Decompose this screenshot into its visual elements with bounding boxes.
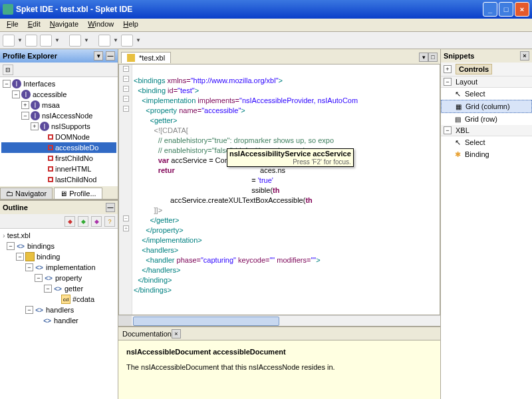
documentation-header: Documentation × (118, 327, 440, 340)
toggle-icon[interactable]: − (25, 263, 33, 271)
snippets-layout-group[interactable]: − Layout (441, 76, 532, 88)
menu-edit[interactable]: Edit (24, 19, 45, 31)
collapse-all-icon[interactable]: ⊟ (3, 65, 13, 75)
toggle-icon[interactable]: − (35, 274, 43, 282)
back-icon[interactable] (98, 35, 110, 47)
new-icon[interactable] (3, 35, 15, 47)
outline-file[interactable]: › test.xbl (1, 230, 116, 241)
new-dropdown[interactable]: ▼ (17, 35, 23, 47)
filter-icon[interactable]: ? (104, 216, 115, 227)
fold-icon[interactable]: − (123, 106, 129, 112)
tree-lastChildNod[interactable]: lastChildNod (1, 174, 116, 185)
toggle-icon[interactable]: + (21, 101, 29, 109)
search-icon[interactable] (69, 35, 81, 47)
snippets-xbl-group[interactable]: − XBL (441, 125, 532, 136)
scrollbar-thumb[interactable] (133, 317, 279, 326)
code-content[interactable]: <bindings xmlns="http://www.mozilla.org/… (134, 65, 440, 297)
toggle-icon[interactable]: − (7, 242, 15, 250)
menu-help[interactable]: Help (119, 19, 142, 31)
doc-text: The nsIAccessibleDocument that this nsIA… (126, 363, 432, 371)
outline-implementation[interactable]: − <> implementation (1, 262, 116, 273)
outline-getter[interactable]: − <> getter (1, 283, 116, 294)
fold-icon[interactable]: − (123, 66, 129, 72)
open-dropdown[interactable]: ▼ (55, 35, 60, 47)
minimize-button[interactable]: _ (483, 2, 497, 17)
close-button[interactable]: × (515, 2, 529, 17)
minimize-pane-icon[interactable]: — (106, 203, 115, 212)
tree-interfaces[interactable]: − I Interfaces (1, 78, 116, 89)
outline-handler[interactable]: <> handler (1, 315, 116, 326)
pane-menu-icon[interactable]: ▾ (94, 51, 103, 61)
scrollbar-track[interactable] (132, 316, 440, 326)
documentation-pane: Documentation × nsIAccessibleDocument ac… (118, 326, 440, 399)
fold-icon[interactable]: + (123, 225, 129, 231)
snippet-grid-row[interactable]: ▤ Grid (row) (441, 113, 532, 125)
outline-binding[interactable]: − binding (1, 251, 116, 262)
tree-innerHTML[interactable]: innerHTML (1, 164, 116, 174)
close-pane-icon[interactable]: × (172, 329, 181, 338)
tree-domNode[interactable]: DOMNode (1, 132, 116, 142)
snippets-controls-group[interactable]: + Controls (441, 63, 532, 76)
filter-icon[interactable]: ◆ (65, 216, 75, 227)
fold-icon[interactable]: − (123, 86, 129, 92)
toggle-icon[interactable]: + (444, 65, 452, 73)
menu-file[interactable]: File (3, 19, 23, 31)
toggle-icon[interactable]: − (444, 126, 452, 134)
maximize-editor-icon[interactable]: □ (428, 53, 438, 62)
toggle-icon[interactable]: − (12, 90, 20, 98)
fold-icon[interactable]: − (123, 215, 129, 221)
menu-window[interactable]: Window (84, 19, 118, 31)
profile-explorer-toolbar: ⊟ (0, 63, 118, 77)
toolbar: ▼ ▼ ▼ ▼ ▼ (0, 32, 532, 49)
toggle-icon[interactable]: − (3, 80, 11, 88)
maximize-button[interactable]: □ (499, 2, 513, 17)
profile-tab[interactable]: 🖥 Profile... (54, 188, 102, 199)
toggle-icon[interactable]: + (31, 122, 39, 130)
minimize-pane-icon[interactable]: — (106, 51, 115, 61)
tree-nsiAccessNode[interactable]: − I nsIAccessNode (1, 110, 116, 121)
editor-tab[interactable]: *test.xbl (121, 52, 171, 63)
tree-msaa[interactable]: + I msaa (1, 100, 116, 110)
code-tooltip: nsIAccessibilityService accService Press… (227, 148, 354, 167)
snippet-select[interactable]: ↖ Select (441, 88, 532, 100)
tree-accessible[interactable]: − I accessible (1, 89, 116, 100)
toggle-icon[interactable]: − (44, 285, 52, 293)
interfaces-tree[interactable]: − I Interfaces − I accessible + I msaa −… (0, 77, 118, 186)
fold-icon[interactable]: − (123, 76, 129, 82)
tree-firstChildNo[interactable]: firstChildNo (1, 153, 116, 164)
save-icon[interactable] (25, 35, 37, 47)
toggle-icon[interactable]: − (444, 78, 452, 86)
snippet-select-xbl[interactable]: ↖ Select (441, 136, 532, 148)
tree-label: bindings (27, 242, 55, 250)
outline-property[interactable]: − <> property (1, 273, 116, 283)
tree-nsISupports[interactable]: + I nsISupports (1, 121, 116, 132)
cdata-icon: cd (61, 295, 70, 304)
back-dropdown[interactable]: ▼ (113, 35, 118, 47)
toggle-icon[interactable]: − (21, 112, 29, 120)
tree-accessibleDo[interactable]: accessibleDo (1, 142, 116, 153)
forward-icon[interactable] (121, 35, 133, 47)
profile-explorer-header: Profile Explorer ▾ — (0, 49, 118, 63)
code-editor[interactable]: − − − − − − + <bindings xmlns="http://ww… (118, 64, 440, 315)
menu-navigate[interactable]: Navigate (46, 19, 82, 31)
search-dropdown[interactable]: ▼ (84, 35, 89, 47)
editor-hscroll[interactable] (118, 315, 440, 326)
filter-icon[interactable]: ◆ (78, 216, 88, 227)
outline-bindings[interactable]: − <> bindings (1, 241, 116, 251)
snippet-grid-column[interactable]: ▦ Grid (column) (441, 100, 532, 113)
editor-menu-icon[interactable]: ▾ (419, 53, 428, 62)
outline-cdata[interactable]: cd #cdata (1, 294, 116, 305)
close-pane-icon[interactable]: × (520, 51, 529, 61)
snippet-binding[interactable]: ✱ Binding (441, 148, 532, 160)
forward-dropdown[interactable]: ▼ (136, 35, 141, 47)
snippets-tree[interactable]: + Controls − Layout ↖ Select ▦ Grid (col… (441, 63, 532, 399)
outline-tree[interactable]: › test.xbl − <> bindings − binding − <> … (0, 229, 118, 399)
navigator-tab[interactable]: 🗀 Navigator (0, 188, 53, 199)
fold-icon[interactable]: − (123, 96, 129, 102)
filter-icon[interactable]: ◆ (91, 216, 102, 227)
open-icon[interactable] (40, 35, 52, 47)
toggle-icon[interactable]: − (16, 253, 24, 261)
outline-handlers[interactable]: − <> handlers (1, 305, 116, 315)
left-tabs: 🗀 Navigator 🖥 Profile... (0, 186, 118, 200)
toggle-icon[interactable]: − (25, 306, 33, 314)
